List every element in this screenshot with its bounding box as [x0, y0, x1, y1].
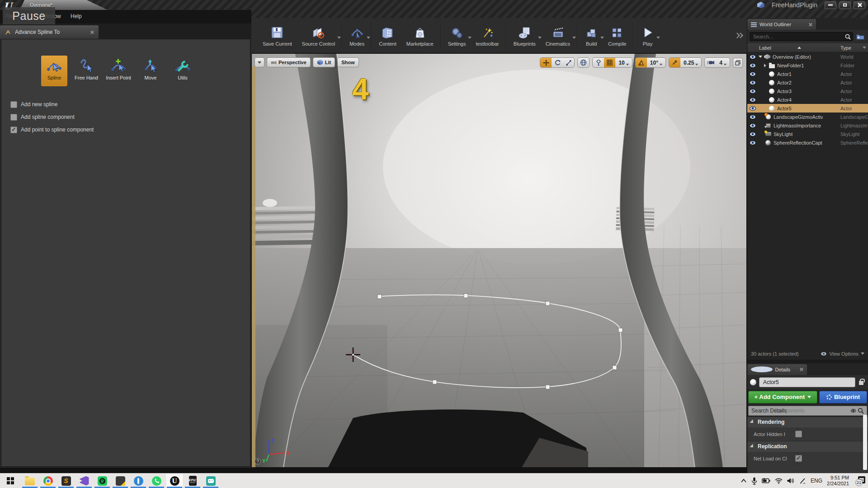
- checkbox[interactable]: [10, 101, 17, 108]
- battery-icon[interactable]: [762, 478, 770, 483]
- play-button[interactable]: Play: [636, 25, 659, 47]
- option-add-spline-component[interactable]: Add spline component: [10, 111, 250, 123]
- taskbar-chrome[interactable]: [39, 474, 57, 488]
- wifi-icon[interactable]: [775, 478, 783, 484]
- taskbar-visual-studio[interactable]: [75, 474, 93, 488]
- notification-center-button[interactable]: 21: [855, 476, 865, 485]
- outliner-row-sphere-reflection[interactable]: SphereReflectionCapt SphereReflec: [747, 138, 868, 147]
- taskbar-sublime[interactable]: S: [57, 474, 75, 488]
- outliner-row-actor[interactable]: Actor4 Actor: [747, 95, 868, 104]
- surface-snap-button[interactable]: [593, 58, 604, 67]
- cinematics-button[interactable]: Cinematics: [541, 25, 575, 47]
- modes-button[interactable]: Modes: [344, 25, 369, 47]
- section-rendering[interactable]: Rendering: [747, 417, 868, 427]
- visibility-eye-icon[interactable]: [747, 63, 758, 68]
- tool-move[interactable]: Move: [137, 56, 164, 86]
- content-button[interactable]: Content: [374, 25, 401, 47]
- outliner-row-landscape-gizmo[interactable]: LandscapeGizmoActiv LandscapeG: [747, 113, 868, 121]
- visibility-eye-icon[interactable]: [747, 132, 758, 136]
- visibility-eye-icon[interactable]: [747, 115, 758, 119]
- visibility-eye-icon[interactable]: [747, 141, 758, 145]
- rotate-tool-button[interactable]: [552, 58, 563, 67]
- move-tool-button[interactable]: [540, 58, 552, 67]
- close-button[interactable]: [854, 1, 865, 9]
- world-local-toggle[interactable]: [577, 57, 590, 68]
- expander-open-icon[interactable]: [758, 56, 763, 58]
- visibility-eye-icon[interactable]: [747, 89, 758, 94]
- add-component-button[interactable]: + Add Component: [748, 391, 817, 404]
- rotation-snap-value[interactable]: 10°: [647, 58, 665, 67]
- language-indicator[interactable]: ENG: [811, 478, 822, 484]
- marketplace-button[interactable]: Marketplace: [401, 25, 439, 47]
- outliner-row-world[interactable]: Overview (Editor) World: [747, 52, 868, 61]
- tray-chevron-icon[interactable]: [741, 479, 747, 483]
- visibility-eye-icon[interactable]: [747, 55, 758, 59]
- outliner-column-header[interactable]: Label Type: [747, 43, 868, 52]
- perspective-button[interactable]: Perspective: [267, 57, 311, 67]
- world-outliner-tab[interactable]: World Outliner: [747, 19, 816, 30]
- pen-icon[interactable]: [799, 478, 806, 484]
- outliner-row-folder[interactable]: NewFolder1 Folder: [747, 61, 868, 70]
- details-scrollbar[interactable]: [863, 415, 867, 470]
- visibility-eye-icon[interactable]: [747, 72, 758, 76]
- close-icon[interactable]: [808, 23, 812, 27]
- outliner-row-skylight[interactable]: SkyLight SkyLight: [747, 130, 868, 138]
- tool-spline[interactable]: Spline: [41, 56, 67, 86]
- blueprint-button[interactable]: Blueprint: [819, 391, 867, 404]
- blueprints-button[interactable]: Blueprints: [509, 25, 541, 47]
- scale-snap-value[interactable]: 0.25: [680, 58, 701, 67]
- visibility-eye-icon[interactable]: [747, 98, 758, 102]
- expander-closed-icon[interactable]: [763, 64, 767, 67]
- visibility-eye-icon[interactable]: [747, 80, 758, 85]
- visibility-eye-icon[interactable]: [747, 106, 758, 111]
- view-options-button[interactable]: View Options: [821, 351, 864, 357]
- viewport-3d[interactable]: 4 Perspective Lit Show: [251, 53, 747, 468]
- taskbar-epic-games[interactable]: EPICGAMES: [184, 474, 202, 488]
- minimize-button[interactable]: [825, 1, 836, 9]
- lit-mode-button[interactable]: Lit: [313, 57, 335, 67]
- scale-snap-toggle[interactable]: [669, 58, 680, 67]
- toolbar-overflow-icon[interactable]: [735, 33, 742, 39]
- outliner-row-lightmass[interactable]: LightmassImportance LightmassIm: [747, 121, 868, 130]
- outliner-row-actor[interactable]: Actor3 Actor: [747, 87, 868, 95]
- details-search-input[interactable]: Search Details Components: [748, 406, 867, 416]
- camera-speed-button[interactable]: [705, 58, 716, 67]
- checkbox[interactable]: [795, 455, 802, 462]
- scene-svg[interactable]: [252, 54, 747, 468]
- scale-tool-button[interactable]: [563, 58, 574, 67]
- close-icon[interactable]: [90, 30, 94, 34]
- section-replication[interactable]: Replication: [747, 441, 868, 452]
- outliner-row-actor[interactable]: Actor1 Actor: [747, 70, 868, 78]
- taskbar-streamlabs[interactable]: [202, 474, 220, 488]
- build-button[interactable]: Build: [580, 25, 603, 47]
- column-options-icon[interactable]: [863, 47, 866, 49]
- tool-free-hand[interactable]: Free Hand: [73, 56, 99, 86]
- chevron-down-icon[interactable]: [337, 37, 341, 39]
- create-folder-button[interactable]: [855, 32, 866, 41]
- chevron-down-icon[interactable]: [572, 37, 576, 39]
- lock-icon[interactable]: [859, 381, 863, 385]
- outliner-row-actor[interactable]: Actor2 Actor: [747, 78, 868, 87]
- taskbar-whatsapp[interactable]: [147, 474, 165, 488]
- close-icon[interactable]: [799, 367, 803, 371]
- save-current-button[interactable]: Save Current: [258, 25, 297, 47]
- outliner-search-input[interactable]: [750, 32, 853, 41]
- grid-snap-value[interactable]: 10: [615, 58, 632, 67]
- checkbox[interactable]: [10, 114, 17, 121]
- outliner-row-actor-selected[interactable]: Actor5 Actor: [747, 104, 868, 113]
- grid-snap-toggle[interactable]: [604, 58, 615, 67]
- speaker-icon[interactable]: [787, 478, 794, 484]
- camera-speed-value[interactable]: 4: [716, 58, 730, 67]
- viewport-options-button[interactable]: [255, 57, 264, 67]
- rotation-snap-toggle[interactable]: [636, 58, 647, 67]
- clock[interactable]: 9:51 PM 2/24/2021: [827, 475, 849, 487]
- taskbar-spotify[interactable]: [93, 474, 111, 488]
- settings-button[interactable]: Settings: [443, 25, 471, 47]
- option-add-point-to-spline[interactable]: Add point to spline component: [10, 123, 250, 136]
- help-icon[interactable]: ?: [255, 458, 261, 465]
- eye-icon[interactable]: [851, 409, 856, 413]
- checkbox[interactable]: [10, 127, 17, 133]
- compile-button[interactable]: Compile: [603, 25, 631, 47]
- microphone-icon[interactable]: [751, 477, 757, 485]
- start-button[interactable]: [0, 474, 21, 488]
